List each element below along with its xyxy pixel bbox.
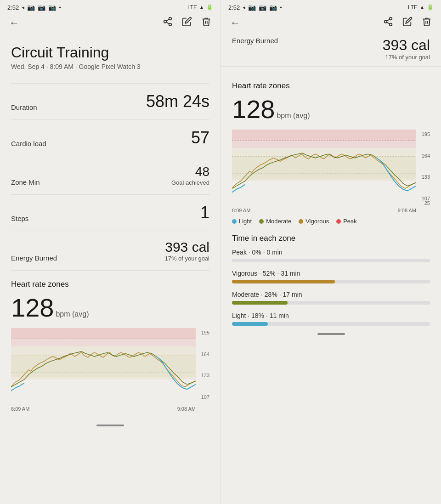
insta-icon-right: 📷 — [248, 4, 256, 11]
zone-vigorous-bar-bg — [232, 280, 430, 283]
left-panel: 2:52 ◂ 📷 📷 📷 • LTE ▲ 🔋 ← C — [0, 0, 220, 504]
zone-light-bar-bg — [232, 322, 430, 326]
zone-vigorous-bar-fill — [232, 280, 335, 283]
energy-label-right: Energy Burned — [232, 37, 278, 45]
energy-value-right: 393 cal — [383, 37, 430, 54]
chart-svg-wrap-left — [11, 328, 196, 402]
time-start-right: 8:09 AM — [232, 208, 250, 213]
time-end-left: 9:08 AM — [177, 406, 196, 412]
legend-label-vigorous: Vigorous — [305, 218, 329, 225]
status-left: 2:52 ◂ 📷 📷 📷 • — [7, 4, 61, 11]
scroll-indicator-left — [96, 425, 124, 426]
status-bar-right: 2:52 ◂ 📷 📷 📷 • LTE ▲ 🔋 — [221, 0, 441, 13]
chart-svg-wrap-right — [232, 130, 416, 203]
zone-light-label: Light · 18% · 11 min — [232, 312, 430, 319]
y-label-195-right: 195 — [422, 131, 430, 137]
energy-value-block: 393 cal 17% of your goal — [383, 37, 430, 61]
bpm-display-left: 128 bpm (avg) — [11, 293, 209, 323]
bpm-number-right: 128 — [232, 94, 275, 124]
top-nav-left: ← — [0, 13, 220, 33]
insta2-icon-right: 📷 — [259, 4, 266, 11]
extra-time-label: 25 — [424, 200, 430, 206]
stat-steps-value: 1 — [200, 203, 209, 222]
legend-dot-moderate — [259, 219, 264, 224]
workout-subtitle: Wed, Sep 4 · 8:09 AM · Google Pixel Watc… — [11, 63, 209, 70]
edit-button-left[interactable] — [182, 17, 192, 29]
delete-button-left[interactable] — [201, 17, 211, 29]
right-panel: 2:52 ◂ 📷 📷 📷 • LTE ▲ 🔋 ← E — [220, 0, 441, 504]
y-label-164-left: 164 — [201, 351, 209, 357]
legend-dot-light — [232, 219, 237, 224]
bpm-number-left: 128 — [11, 293, 54, 323]
svg-point-1 — [164, 20, 167, 23]
svg-line-14 — [387, 19, 390, 21]
svg-line-3 — [166, 22, 169, 24]
svg-rect-19 — [232, 157, 416, 179]
zone-moderate-bar-bg — [232, 301, 430, 305]
zone-vigorous: Vigorous · 52% · 31 min — [232, 270, 430, 283]
svg-line-13 — [387, 22, 390, 24]
hr-zones-heading-right: Heart rate zones — [232, 81, 430, 91]
hr-zones-heading-left: Heart rate zones — [11, 280, 209, 289]
nav-actions-right — [383, 17, 432, 29]
back-button-right[interactable]: ← — [230, 17, 240, 29]
time-axis-left: 8:09 AM 9:08 AM — [11, 405, 209, 412]
stat-cardio-label: Cardio load — [11, 140, 46, 147]
dot-icon: • — [59, 4, 61, 11]
lte-label-right: LTE — [408, 4, 418, 11]
lte-label-left: LTE — [187, 4, 197, 11]
right-content: Heart rate zones 128 bpm (avg) — [221, 67, 441, 243]
left-content: Circuit Training Wed, Sep 4 · 8:09 AM · … — [0, 33, 220, 419]
stat-steps: Steps 1 — [11, 195, 209, 231]
share-button-left[interactable] — [163, 17, 173, 29]
zone-peak-bar-bg — [232, 259, 430, 262]
energy-sub-right: 17% of your goal — [383, 54, 430, 61]
legend-label-moderate: Moderate — [266, 218, 291, 225]
status-bar-left: 2:52 ◂ 📷 📷 📷 • LTE ▲ 🔋 — [0, 0, 220, 13]
battery-icon-left: 🔋 — [206, 4, 213, 11]
workout-title: Circuit Training — [11, 44, 209, 61]
stat-steps-label: Steps — [11, 215, 28, 222]
time-end-right: 9:08 AM — [398, 208, 416, 213]
zone-section: Peak · 0% · 0 min Vigorous · 52% · 31 mi… — [221, 249, 441, 326]
zone-light: Light · 18% · 11 min — [232, 312, 430, 326]
signal-icon-right: ▲ — [419, 4, 425, 11]
legend-right: Light Moderate Vigorous Peak — [232, 218, 430, 225]
stat-duration-value: 58m 24s — [146, 92, 209, 111]
stat-zone-min: Zone Min 48 Goal achieved — [11, 156, 209, 195]
delete-button-right[interactable] — [422, 17, 432, 29]
zone-moderate-label: Moderate · 28% · 17 min — [232, 291, 430, 298]
svg-point-2 — [169, 23, 172, 26]
time-in-zone-heading: Time in each zone — [232, 234, 430, 243]
status-right-left: LTE ▲ 🔋 — [187, 4, 213, 11]
stat-energy: Energy Burned 393 cal 17% of your goal — [11, 231, 209, 271]
zone-peak: Peak · 0% · 0 min — [232, 249, 430, 262]
svg-point-10 — [390, 17, 392, 20]
time-right: 2:52 — [228, 4, 240, 11]
insta3-icon: 📷 — [48, 4, 56, 11]
stat-duration-label: Duration — [11, 103, 37, 111]
location-icon-right: ◂ — [243, 4, 245, 11]
legend-label-light: Light — [239, 218, 252, 225]
edit-button-right[interactable] — [402, 17, 413, 29]
chart-y-labels-left: 195 164 133 107 — [201, 328, 209, 402]
legend-label-peak: Peak — [343, 218, 357, 225]
share-button-right[interactable] — [383, 17, 393, 29]
insta3-icon-right: 📷 — [269, 4, 277, 11]
legend-vigorous: Vigorous — [299, 218, 329, 225]
nav-actions-left — [163, 17, 211, 29]
back-button-left[interactable]: ← — [9, 17, 19, 29]
status-left-right: 2:52 ◂ 📷 📷 📷 • — [228, 4, 282, 11]
bpm-unit-left: bpm (avg) — [56, 310, 89, 318]
status-right-right: LTE ▲ 🔋 — [408, 4, 434, 11]
chart-y-labels-right: 195 164 133 107 — [422, 130, 430, 203]
hr-chart-left: 195 164 133 107 — [11, 328, 209, 402]
zone-peak-label: Peak · 0% · 0 min — [232, 249, 430, 256]
bpm-display-right: 128 bpm (avg) — [232, 94, 430, 124]
top-nav-right: ← — [221, 13, 441, 33]
stat-energy-value: 393 cal 17% of your goal — [164, 239, 209, 262]
stat-energy-label: Energy Burned — [11, 254, 57, 262]
y-label-133-left: 133 — [201, 373, 209, 378]
legend-dot-peak — [336, 219, 341, 224]
stat-zone-min-value: 48 Goal achieved — [171, 164, 209, 186]
